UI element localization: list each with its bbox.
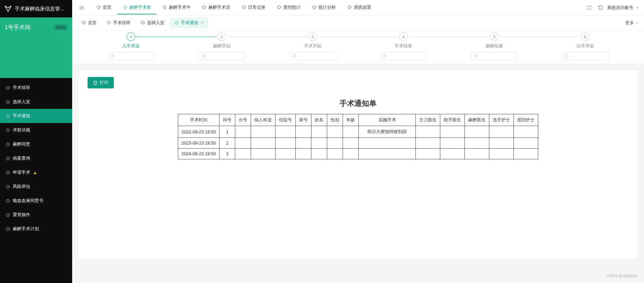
- topnav-item-5[interactable]: 质控统计: [271, 1, 306, 14]
- sidebar-item-9[interactable]: 置管操作: [0, 208, 72, 222]
- table-cell: [296, 126, 311, 138]
- table-cell: [359, 138, 416, 149]
- enter-icon: [141, 21, 145, 25]
- sidebar-item-1[interactable]: 选择入室: [0, 95, 72, 109]
- tab-0[interactable]: 首页: [77, 18, 101, 28]
- tabs-more[interactable]: 更多: [625, 20, 639, 26]
- pre-icon: [123, 5, 127, 9]
- sidebar-nav: 手术排班选择入室手术通知术前访视麻醉同意病案查询申请手术 ▲风险评估输血血液同意…: [0, 81, 72, 236]
- user-menu[interactable]: 系统演示账号: [607, 5, 639, 11]
- notice-table: 手术时间间号台号病人科室住院号床号姓名性别年龄拟施手术主刀医生助手医生麻醉医生洗…: [178, 114, 539, 159]
- step-circle: 5: [490, 32, 499, 41]
- fullscreen-button[interactable]: [584, 3, 594, 12]
- topnav-item-6[interactable]: 统计分析: [307, 1, 341, 14]
- table-cell: [416, 149, 440, 159]
- table-row: 2024-09-23 19:503: [178, 149, 538, 159]
- step-time-input[interactable]: [471, 52, 518, 60]
- sidebar-item-10[interactable]: 麻醉手术计划: [0, 222, 72, 236]
- tab-label: 选择入室: [147, 20, 164, 26]
- table-header: 拟施手术: [359, 114, 416, 126]
- topnav-item-1[interactable]: 麻醉手术前: [117, 1, 156, 14]
- step-label: 手术结束: [395, 43, 412, 49]
- clock-icon: [383, 54, 387, 58]
- clock-icon: [474, 54, 478, 58]
- print-button[interactable]: 打印: [88, 77, 114, 88]
- table-cell: [416, 126, 440, 138]
- sidebar-item-label: 麻醉手术计划: [13, 226, 39, 232]
- table-cell: [327, 149, 343, 159]
- step-time-input[interactable]: [107, 52, 154, 60]
- step-3: 4手术结束: [358, 32, 449, 60]
- clock-icon: [201, 54, 205, 58]
- table-cell: [251, 126, 276, 138]
- svg-point-16: [278, 6, 281, 9]
- refresh-button[interactable]: [596, 3, 605, 12]
- process-steps: 入手术室2麻醉开始3手术开始4手术结束5麻醉结束6出手术室: [72, 30, 644, 64]
- step-time-input[interactable]: [198, 52, 245, 60]
- table-cell: [276, 149, 296, 159]
- warn-icon: ▲: [33, 170, 37, 175]
- topnav-label: 系统设置: [354, 4, 371, 10]
- topnav-item-7[interactable]: 系统设置: [342, 1, 377, 14]
- chevron-down-icon: [635, 6, 639, 10]
- cath-icon: [5, 212, 10, 217]
- table-row: 2023-09-23 19:502: [178, 138, 538, 149]
- sidebar-item-3[interactable]: 术前访视: [0, 123, 72, 137]
- step-label: 出手术室: [577, 43, 594, 49]
- sidebar-item-5[interactable]: 病案查询: [0, 151, 72, 165]
- table-header: 间号: [219, 114, 235, 126]
- tab-1[interactable]: 手术排班: [102, 18, 135, 28]
- sidebar-item-2[interactable]: 手术通知: [0, 109, 72, 123]
- table-header: 床号: [296, 114, 311, 126]
- topnav-item-4[interactable]: 日常记录: [236, 1, 271, 14]
- topnav-item-2[interactable]: 麻醉手术中: [157, 1, 196, 14]
- tab-2[interactable]: 选择入室: [136, 18, 169, 28]
- svg-point-15: [242, 6, 245, 9]
- sidebar-item-6[interactable]: 申请手术 ▲: [0, 165, 72, 179]
- table-cell: 暗示大家快阿收到回: [359, 126, 416, 138]
- step-label: 麻醉开始: [213, 43, 231, 49]
- sidebar-item-label: 术前访视: [13, 127, 30, 133]
- table-cell: 2024-09-23 19:50: [178, 149, 219, 159]
- svg-point-2: [6, 115, 9, 118]
- table-cell: [416, 138, 440, 149]
- tab-label: 首页: [88, 20, 97, 26]
- table-cell: 2: [219, 138, 235, 149]
- step-label: 入手术室: [122, 43, 140, 49]
- svg-point-0: [6, 86, 9, 89]
- svg-point-7: [6, 185, 9, 188]
- user-label: 系统演示账号: [607, 5, 633, 11]
- table-cell: [343, 149, 359, 159]
- topnav-label: 统计分析: [318, 4, 336, 10]
- step-time-input[interactable]: [562, 52, 609, 60]
- table-cell: [489, 126, 514, 138]
- close-icon[interactable]: ✕: [200, 21, 203, 25]
- sidebar-item-7[interactable]: 风险评估: [0, 179, 72, 194]
- sidebar-item-0[interactable]: 手术排班: [0, 81, 72, 95]
- table-cell: [465, 126, 489, 138]
- table-cell: [327, 138, 343, 149]
- table-cell: [465, 138, 489, 149]
- tab-line: 首页手术排班选择入室手术通知✕ 更多: [72, 15, 644, 30]
- tab-3[interactable]: 手术通知✕: [170, 18, 208, 28]
- step-time-input[interactable]: [289, 52, 336, 60]
- notice-icon: [175, 21, 179, 25]
- sidebar-item-label: 病案查询: [13, 155, 30, 161]
- table-cell: 3: [219, 149, 235, 159]
- svg-point-4: [6, 143, 9, 146]
- print-icon: [93, 80, 98, 85]
- room-card: 1号手术间 1001: [0, 17, 72, 78]
- topnav-item-0[interactable]: 首页: [91, 1, 117, 14]
- clock-icon: [5, 85, 10, 90]
- sidebar-item-4[interactable]: 麻醉同意: [0, 137, 72, 151]
- collapse-sidebar-button[interactable]: [77, 3, 86, 12]
- step-label: 手术开始: [304, 43, 321, 49]
- step-time-input[interactable]: [380, 52, 427, 60]
- topnav-item-3[interactable]: 麻醉手术后: [197, 1, 236, 14]
- clock-icon: [565, 54, 569, 58]
- chevron-down-icon: [635, 21, 639, 25]
- svg-point-21: [141, 21, 144, 24]
- sidebar-item-label: 麻醉同意: [13, 141, 30, 147]
- table-header: 姓名: [311, 114, 327, 126]
- sidebar-item-8[interactable]: 输血血液同意书: [0, 194, 72, 208]
